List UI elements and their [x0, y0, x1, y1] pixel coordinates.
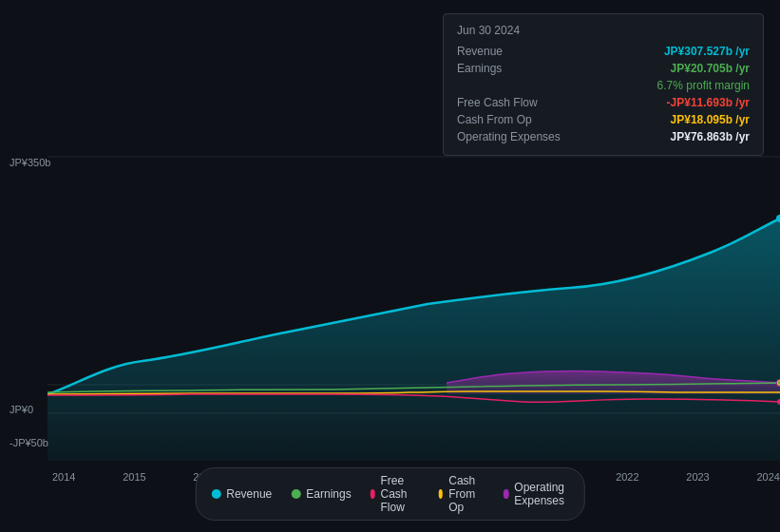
tooltip-value-fcf: -JP¥11.693b /yr	[667, 96, 750, 109]
legend-label-earnings: Earnings	[306, 487, 351, 501]
legend-label-opex: Operating Expenses	[514, 481, 568, 507]
x-label-2022: 2022	[616, 471, 638, 483]
chart-legend: Revenue Earnings Free Cash Flow Cash Fro…	[195, 467, 585, 521]
x-label-2015: 2015	[123, 471, 145, 483]
y-label-350: JP¥350b	[10, 157, 50, 168]
tooltip-row-fcf: Free Cash Flow -JP¥11.693b /yr	[457, 94, 750, 111]
tooltip-label-revenue: Revenue	[457, 45, 503, 58]
legend-label-cashop: Cash From Op	[448, 474, 485, 514]
y-label-0: JP¥0	[10, 404, 33, 415]
legend-dot-revenue	[211, 489, 220, 499]
tooltip-row-revenue: Revenue JP¥307.527b /yr	[457, 43, 750, 60]
tooltip-date: Jun 30 2024	[457, 24, 750, 37]
tooltip-profit-margin: 6.7% profit margin	[657, 79, 750, 92]
legend-label-fcf: Free Cash Flow	[381, 474, 420, 514]
legend-dot-cashop	[438, 489, 443, 499]
tooltip-row-margin: 6.7% profit margin	[457, 77, 750, 94]
tooltip-value-cashop: JP¥18.095b /yr	[671, 113, 750, 126]
tooltip-label-fcf: Free Cash Flow	[457, 96, 538, 109]
tooltip-label-earnings: Earnings	[457, 62, 502, 75]
tooltip-row-cashop: Cash From Op JP¥18.095b /yr	[457, 111, 750, 128]
tooltip-row-opex: Operating Expenses JP¥76.863b /yr	[457, 128, 750, 145]
x-label-2014: 2014	[52, 471, 75, 483]
tooltip-label-cashop: Cash From Op	[457, 113, 532, 126]
tooltip-value-revenue: JP¥307.527b /yr	[664, 45, 750, 58]
y-label-neg50: -JP¥50b	[10, 437, 48, 448]
legend-label-revenue: Revenue	[226, 487, 272, 501]
legend-item-earnings[interactable]: Earnings	[291, 487, 351, 501]
tooltip-value-opex: JP¥76.863b /yr	[671, 130, 750, 143]
legend-dot-fcf	[371, 489, 375, 499]
legend-item-cashop[interactable]: Cash From Op	[438, 474, 485, 514]
legend-item-revenue[interactable]: Revenue	[211, 487, 272, 501]
tooltip-label-opex: Operating Expenses	[457, 130, 561, 143]
x-label-2023: 2023	[686, 471, 709, 483]
tooltip-row-earnings: Earnings JP¥20.705b /yr	[457, 60, 750, 77]
legend-item-opex[interactable]: Operating Expenses	[504, 481, 569, 507]
tooltip-card: Jun 30 2024 Revenue JP¥307.527b /yr Earn…	[443, 13, 764, 156]
x-label-2024: 2024	[756, 471, 779, 483]
chart-svg	[48, 147, 780, 461]
legend-dot-opex	[504, 489, 508, 499]
legend-dot-earnings	[291, 489, 300, 499]
legend-item-fcf[interactable]: Free Cash Flow	[371, 474, 420, 514]
tooltip-value-earnings: JP¥20.705b /yr	[671, 62, 750, 75]
